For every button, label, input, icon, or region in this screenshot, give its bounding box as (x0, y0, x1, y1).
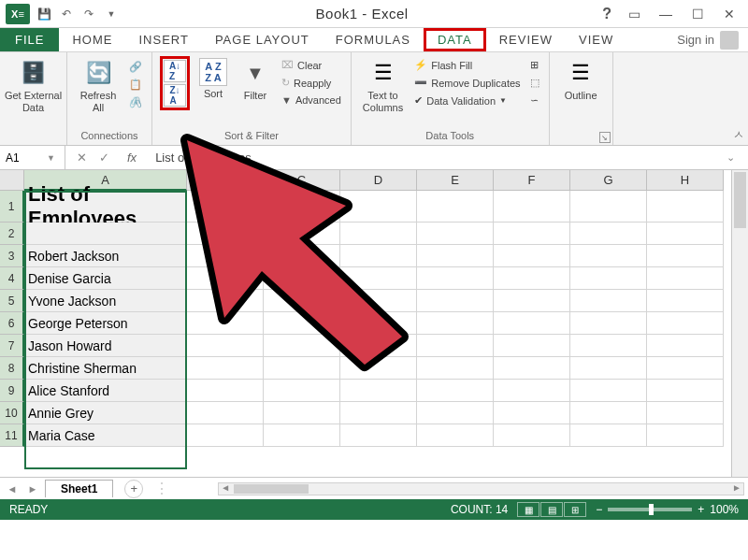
cell[interactable] (494, 424, 570, 447)
worksheet-grid[interactable]: A B C D E F G H 1List of Employees23Robe… (0, 170, 748, 477)
cell[interactable] (187, 335, 264, 357)
cell[interactable] (340, 312, 417, 335)
row-header[interactable]: 6 (0, 312, 24, 335)
row-header[interactable]: 9 (0, 380, 24, 402)
cell[interactable] (187, 424, 264, 447)
text-to-columns-button[interactable]: ☰ Text to Columns (359, 56, 407, 115)
data-validation-button[interactable]: ✔Data Validation ▼ (412, 93, 522, 108)
row-header[interactable]: 4 (0, 267, 24, 290)
cell[interactable] (647, 245, 724, 267)
cancel-formula-icon[interactable]: ✕ (73, 151, 90, 165)
row-header[interactable]: 1 (0, 191, 24, 223)
zoom-percent[interactable]: 100% (710, 503, 739, 516)
page-layout-view-button[interactable]: ▤ (540, 502, 563, 517)
cell[interactable]: Denise Garcia (24, 267, 187, 290)
name-box[interactable]: ▼ (0, 146, 65, 169)
cell[interactable] (264, 335, 340, 357)
cell[interactable] (187, 380, 264, 402)
cell[interactable] (647, 191, 724, 223)
row-header[interactable]: 11 (0, 424, 24, 447)
cell[interactable] (264, 402, 340, 424)
name-box-input[interactable] (6, 151, 43, 165)
cell[interactable] (340, 335, 417, 357)
cell[interactable] (494, 223, 570, 245)
cell[interactable] (647, 290, 724, 312)
cell[interactable] (187, 402, 264, 424)
cell[interactable] (570, 267, 647, 290)
remove-duplicates-button[interactable]: ➖Remove Duplicates (412, 76, 522, 90)
normal-view-button[interactable]: ▦ (517, 502, 539, 517)
cell[interactable] (570, 424, 647, 447)
cell[interactable] (264, 380, 340, 402)
cell[interactable]: Christine Sherman (24, 357, 187, 380)
fx-icon[interactable]: fx (127, 151, 137, 165)
cell[interactable] (647, 312, 724, 335)
clear-button[interactable]: ⌧Clear (280, 58, 343, 72)
minimize-button[interactable]: — (651, 4, 681, 24)
cell[interactable] (417, 191, 494, 223)
cell[interactable] (647, 357, 724, 380)
row-header[interactable]: 2 (0, 223, 24, 245)
cell[interactable] (417, 357, 494, 380)
vertical-scrollbar[interactable] (731, 170, 748, 477)
cell[interactable] (264, 191, 340, 223)
cell[interactable]: List of Employees (24, 191, 187, 223)
column-header-B[interactable]: B (187, 170, 264, 191)
cell[interactable]: Robert Jackson (24, 245, 187, 267)
get-external-data-button[interactable]: 🗄️ Get External Data (1, 56, 65, 115)
sheet-nav-next-icon[interactable]: ► (24, 483, 41, 495)
cell[interactable] (417, 312, 494, 335)
cell[interactable] (340, 245, 417, 267)
cell[interactable] (264, 245, 340, 267)
sheet-nav-prev-icon[interactable]: ◄ (4, 483, 21, 495)
sheet-tab[interactable]: Sheet1 (45, 480, 113, 497)
cell[interactable]: George Peterson (24, 312, 187, 335)
cell[interactable] (417, 380, 494, 402)
cell[interactable]: Annie Grey (24, 402, 187, 424)
cell[interactable] (494, 380, 570, 402)
cell[interactable] (570, 245, 647, 267)
cell[interactable] (647, 380, 724, 402)
zoom-out-button[interactable]: − (596, 503, 602, 516)
column-header-G[interactable]: G (570, 170, 647, 191)
cell[interactable] (340, 223, 417, 245)
cell[interactable] (417, 290, 494, 312)
row-header[interactable]: 3 (0, 245, 24, 267)
tab-home[interactable]: HOME (59, 28, 125, 51)
cell[interactable] (647, 402, 724, 424)
enter-formula-icon[interactable]: ✓ (95, 151, 112, 165)
cell[interactable] (417, 245, 494, 267)
connections-button[interactable]: 🔗 (127, 60, 144, 74)
column-header-D[interactable]: D (340, 170, 417, 191)
cell[interactable]: Jason Howard (24, 335, 187, 357)
cell[interactable] (494, 191, 570, 223)
cell[interactable] (340, 424, 417, 447)
cell[interactable] (494, 290, 570, 312)
cell[interactable] (340, 380, 417, 402)
cell[interactable] (417, 402, 494, 424)
help-icon[interactable]: ? (602, 6, 611, 22)
expand-formula-bar-icon[interactable]: ⌄ (721, 151, 741, 164)
tab-formulas[interactable]: FORMULAS (323, 28, 424, 51)
cell[interactable] (570, 357, 647, 380)
save-icon[interactable]: 💾 (36, 6, 52, 22)
redo-icon[interactable]: ↷ (80, 6, 97, 22)
cell[interactable] (340, 357, 417, 380)
refresh-all-button[interactable]: 🔄 Refresh All (75, 56, 122, 115)
row-header[interactable]: 8 (0, 357, 24, 380)
sort-button[interactable]: A ZZ A Sort (195, 56, 231, 102)
zoom-in-button[interactable]: + (698, 503, 704, 516)
horizontal-scrollbar[interactable]: ◄ ► (218, 482, 744, 495)
sign-in-link[interactable]: Sign in (668, 28, 748, 51)
cell[interactable] (187, 312, 264, 335)
cell[interactable] (340, 290, 417, 312)
close-button[interactable]: ✕ (714, 4, 744, 24)
cell[interactable] (570, 290, 647, 312)
new-sheet-button[interactable]: + (124, 480, 143, 498)
name-box-dropdown-icon[interactable]: ▼ (47, 153, 55, 163)
tab-page-layout[interactable]: PAGE LAYOUT (202, 28, 323, 51)
cell[interactable] (647, 335, 724, 357)
cell[interactable] (570, 191, 647, 223)
formula-content[interactable]: List of Employees (155, 151, 252, 165)
cell[interactable]: Maria Case (24, 424, 187, 447)
